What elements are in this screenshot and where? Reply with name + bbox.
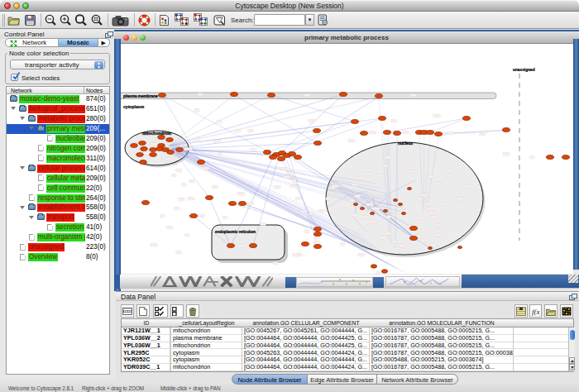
- svg-text:unassigned: unassigned: [513, 68, 535, 72]
- svg-text:plasma membrane: plasma membrane: [123, 93, 158, 98]
- svg-text:f(x): f(x): [532, 308, 540, 316]
- svg-text:mitochondrion: mitochondrion: [142, 131, 171, 136]
- svg-text:endoplasmic reticulum: endoplasmic reticulum: [215, 230, 256, 234]
- svg-text:cytoplasm: cytoplasm: [123, 104, 145, 109]
- svg-text:nucleus: nucleus: [398, 141, 413, 146]
